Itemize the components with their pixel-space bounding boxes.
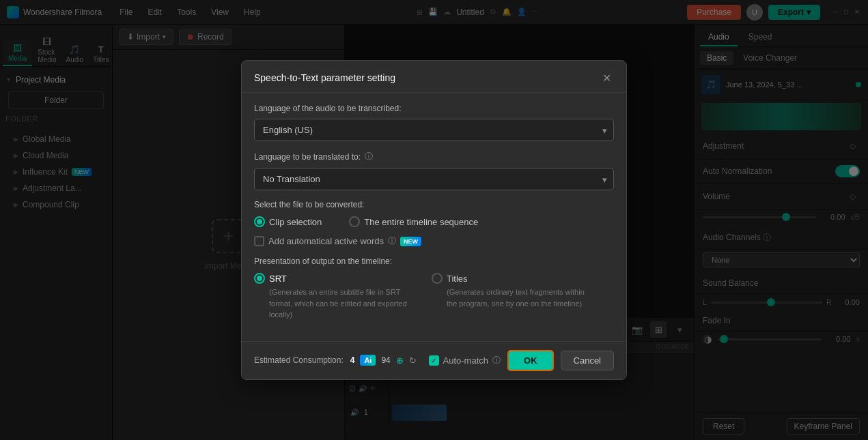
output-titles-desc: (Generates ordinary text fragments withi… bbox=[432, 287, 589, 309]
add-words-checkbox[interactable]: Add automatical active words ⓘ NEW bbox=[254, 235, 614, 247]
estimated-value: 4 bbox=[350, 355, 355, 365]
lang-translate-select-wrap: No Translation bbox=[254, 168, 614, 190]
dialog-title: Speech-to-Text parameter setting bbox=[254, 72, 395, 83]
radio-srt-circle bbox=[254, 273, 265, 284]
radio-timeline-circle bbox=[349, 216, 360, 227]
auto-match-help-icon[interactable]: ⓘ bbox=[492, 355, 501, 366]
add-words-new-badge: NEW bbox=[400, 237, 421, 246]
output-option-titles: Titles (Generates ordinary text fragment… bbox=[432, 273, 589, 321]
lang-audio-select-wrap: English (US) bbox=[254, 119, 614, 141]
estimated-label: Estimated Consumption: bbox=[254, 355, 344, 365]
auto-match-checkbox[interactable]: Auto-match ⓘ bbox=[429, 355, 501, 366]
convert-options: Clip selection The entire timeline seque… bbox=[254, 216, 614, 227]
lang-audio-label: Language of the audio to be transcribed: bbox=[254, 104, 614, 113]
radio-clip-selection[interactable]: Clip selection bbox=[254, 216, 322, 227]
output-titles-label: Titles bbox=[447, 274, 468, 284]
lang-translate-help-icon[interactable]: ⓘ bbox=[365, 151, 373, 162]
dialog-close-button[interactable]: ✕ bbox=[599, 70, 614, 85]
lang-translate-select[interactable]: No Translation bbox=[254, 168, 614, 190]
output-label: Presentation of output on the timeline: bbox=[254, 256, 614, 266]
ok-button[interactable]: OK bbox=[507, 350, 554, 371]
dialog-body: Language of the audio to be transcribed:… bbox=[242, 93, 626, 341]
output-option-srt: SRT (Generates an entire subtitle file i… bbox=[254, 273, 411, 321]
output-options: SRT (Generates an entire subtitle file i… bbox=[254, 273, 614, 321]
lang-translate-label: Language to be translated to: ⓘ bbox=[254, 151, 614, 162]
radio-titles-circle bbox=[432, 273, 443, 284]
auto-match-checkbox-box bbox=[429, 355, 439, 366]
add-words-checkbox-box bbox=[254, 236, 264, 246]
dialog-overlay: Speech-to-Text parameter setting ✕ Langu… bbox=[0, 0, 868, 440]
lang-audio-select[interactable]: English (US) bbox=[254, 119, 614, 141]
credit-count: 94 bbox=[381, 355, 390, 365]
output-srt-desc: (Generates an entire subtitle file in SR… bbox=[254, 287, 411, 321]
refresh-icon[interactable]: ↻ bbox=[409, 355, 417, 366]
convert-label: Select the file to be converted: bbox=[254, 200, 614, 209]
add-credits-icon[interactable]: ⊕ bbox=[396, 355, 404, 366]
radio-clip-circle bbox=[254, 216, 265, 227]
dialog-header: Speech-to-Text parameter setting ✕ bbox=[242, 61, 626, 93]
speech-to-text-dialog: Speech-to-Text parameter setting ✕ Langu… bbox=[241, 60, 627, 380]
cancel-button[interactable]: Cancel bbox=[561, 351, 614, 370]
ai-badge: Ai bbox=[360, 355, 376, 366]
radio-entire-timeline[interactable]: The entire timeline sequence bbox=[349, 216, 478, 227]
footer-left: Estimated Consumption: 4 Ai 94 ⊕ ↻ bbox=[254, 355, 422, 366]
add-words-help-icon[interactable]: ⓘ bbox=[388, 235, 396, 247]
output-srt-label: SRT bbox=[269, 274, 287, 284]
dialog-footer: Estimated Consumption: 4 Ai 94 ⊕ ↻ Auto-… bbox=[242, 341, 626, 379]
